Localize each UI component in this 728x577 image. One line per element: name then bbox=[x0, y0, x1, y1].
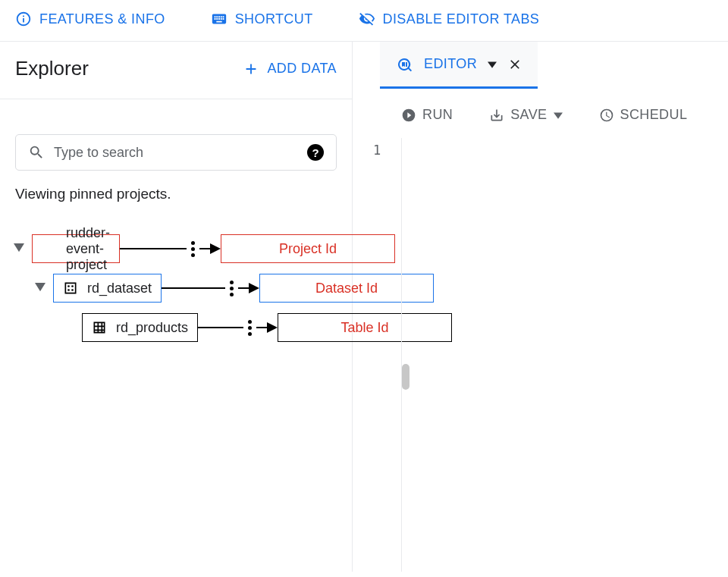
project-icon bbox=[42, 241, 57, 256]
info-icon bbox=[15, 11, 32, 27]
run-label: RUN bbox=[422, 107, 453, 123]
svg-point-5 bbox=[67, 289, 70, 291]
explorer-title: Explorer bbox=[15, 57, 89, 80]
scrollbar-thumb[interactable] bbox=[402, 364, 410, 390]
kebab-icon[interactable] bbox=[191, 241, 195, 257]
help-icon[interactable]: ? bbox=[307, 144, 324, 161]
code-area[interactable] bbox=[401, 138, 728, 572]
features-info-button[interactable]: FEATURES & INFO bbox=[15, 11, 165, 27]
line-number: 1 bbox=[353, 143, 401, 158]
shortcut-button[interactable]: SHORTCUT bbox=[211, 11, 313, 27]
disable-tabs-button[interactable]: DISABLE EDITOR TABS bbox=[359, 11, 540, 27]
search-icon bbox=[28, 144, 45, 161]
expand-icon[interactable] bbox=[35, 283, 46, 293]
keyboard-icon bbox=[211, 11, 228, 27]
dataset-name: rd_dataset bbox=[87, 281, 152, 296]
expand-icon[interactable] bbox=[14, 243, 24, 254]
svg-point-6 bbox=[71, 289, 74, 291]
resource-tree: rudder-event-project Project Id rd_datas bbox=[0, 202, 352, 353]
annotation-arrow bbox=[120, 241, 221, 257]
kebab-icon[interactable] bbox=[248, 320, 252, 336]
svg-marker-2 bbox=[35, 283, 46, 291]
viewing-status: Viewing pinned projects. bbox=[0, 171, 352, 202]
svg-marker-1 bbox=[210, 243, 221, 254]
annotation-arrow bbox=[198, 320, 278, 336]
explorer-header: Explorer ADD DATA bbox=[0, 42, 352, 99]
chevron-down-icon[interactable] bbox=[488, 60, 497, 69]
close-icon[interactable] bbox=[507, 57, 522, 72]
editor-toolbar: RUN SAVE SCHEDUL bbox=[353, 89, 728, 138]
tab-strip: EDITOR bbox=[353, 42, 728, 89]
add-data-button[interactable]: ADD DATA bbox=[243, 61, 337, 77]
project-node[interactable]: rudder-event-project bbox=[32, 234, 120, 263]
table-icon bbox=[92, 320, 107, 335]
svg-marker-8 bbox=[267, 322, 278, 333]
dataset-icon bbox=[63, 281, 78, 296]
svg-marker-0 bbox=[14, 243, 24, 252]
save-button[interactable]: SAVE bbox=[489, 107, 562, 123]
shortcut-label: SHORTCUT bbox=[235, 11, 313, 27]
explorer-panel: Explorer ADD DATA Type to search ? Viewi… bbox=[0, 42, 352, 572]
disable-tabs-label: DISABLE EDITOR TABS bbox=[383, 11, 540, 27]
project-annotation: Project Id bbox=[221, 234, 395, 263]
play-icon bbox=[401, 108, 416, 123]
kebab-icon[interactable] bbox=[230, 281, 234, 296]
table-node[interactable]: rd_products bbox=[82, 313, 198, 342]
schedule-label: SCHEDUL bbox=[620, 107, 688, 123]
features-info-label: FEATURES & INFO bbox=[39, 11, 165, 27]
tab-editor[interactable]: EDITOR bbox=[380, 42, 538, 89]
clock-icon bbox=[599, 108, 614, 123]
query-icon bbox=[395, 55, 413, 74]
plus-icon bbox=[243, 61, 259, 77]
svg-point-4 bbox=[71, 285, 74, 287]
chevron-down-icon[interactable] bbox=[554, 111, 563, 120]
svg-marker-10 bbox=[554, 112, 563, 118]
tree-row-dataset: rd_dataset Dataset Id bbox=[14, 274, 352, 303]
svg-point-3 bbox=[67, 285, 70, 287]
topbar: FEATURES & INFO SHORTCUT DISABLE EDITOR … bbox=[0, 0, 728, 42]
main-panels: Explorer ADD DATA Type to search ? Viewi… bbox=[0, 42, 728, 572]
project-name: rudder-event-project bbox=[66, 225, 110, 273]
annotation-arrow bbox=[162, 281, 259, 296]
line-gutter: 1 bbox=[353, 138, 401, 572]
table-name: rd_products bbox=[116, 320, 188, 336]
search-placeholder: Type to search bbox=[54, 145, 298, 161]
tree-row-project: rudder-event-project Project Id bbox=[14, 234, 352, 263]
search-input[interactable]: Type to search ? bbox=[15, 134, 337, 171]
tree-row-table: rd_products Table Id bbox=[14, 313, 352, 342]
tab-label: EDITOR bbox=[424, 56, 477, 72]
svg-marker-9 bbox=[488, 61, 497, 67]
editor-panel: EDITOR RUN SAVE SCHEDUL 1 bbox=[352, 42, 728, 572]
visibility-off-icon bbox=[359, 11, 375, 27]
svg-marker-7 bbox=[249, 283, 259, 293]
schedule-button[interactable]: SCHEDUL bbox=[599, 107, 688, 123]
dataset-node[interactable]: rd_dataset bbox=[53, 274, 162, 303]
save-label: SAVE bbox=[510, 107, 547, 123]
run-button[interactable]: RUN bbox=[401, 107, 453, 123]
save-icon bbox=[489, 108, 504, 123]
add-data-label: ADD DATA bbox=[267, 61, 337, 77]
editor-area[interactable]: 1 bbox=[353, 138, 728, 572]
